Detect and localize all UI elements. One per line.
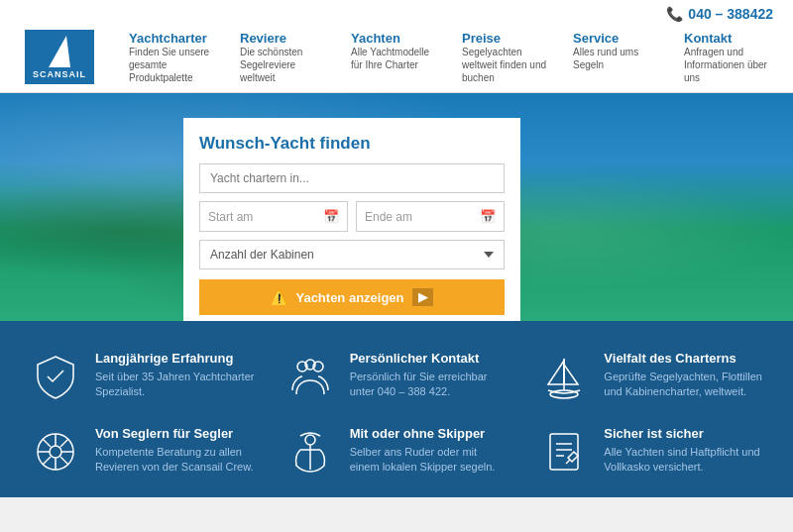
feature-desc-segler: Kompetente Beratung zu allen Revieren vo… [95,445,255,476]
logo[interactable]: SCANSAIL [20,30,99,84]
nav-sub-kontakt: Anfragen und Informationen über uns [684,46,773,84]
logo-text: SCANSAIL [33,69,86,79]
start-date-field[interactable]: Start am 📅 [199,201,348,232]
logo-box: SCANSAIL [25,30,94,84]
shield-icon [30,351,81,402]
feature-title-segler: Von Seglern für Segler [95,426,255,441]
search-arrow-icon: ▶ [412,288,433,306]
svg-line-13 [60,439,68,447]
nav-sub-preise: Segelyachten weltweit finden und buchen [462,46,551,84]
svg-line-14 [43,457,51,465]
cabin-select[interactable]: Anzahl der Kabinen 1 Kabine 2 Kabinen 3 … [199,240,505,269]
phone-number: 040 – 388422 [688,6,773,22]
search-box: Wunsch-Yacht finden Start am 📅 Ende am 📅… [183,118,520,321]
feature-title-skipper: Mit oder ohne Skipper [350,426,510,441]
end-date-label: Ende am [365,210,412,224]
feature-desc-kontakt: Persönlich für Sie erreichbar unter 040 … [350,370,510,400]
anchor-icon [284,426,336,478]
nav-item-kontakt[interactable]: Kontakt Anfragen und Informationen über … [684,31,773,84]
feature-text-skipper: Mit oder ohne Skipper Selber ans Ruder o… [350,426,510,476]
hero-section: Wunsch-Yacht finden Start am 📅 Ende am 📅… [0,93,793,321]
feature-title-kontakt: Persönlicher Kontakt [350,351,510,366]
feature-desc-skipper: Selber ans Ruder oder mit einem lokalen … [350,445,510,476]
feature-item-vielfalt: Vielfalt des Charterns Geprüfte Segelyac… [538,351,763,402]
search-title: Wunsch-Yacht finden [199,134,505,154]
svg-line-22 [566,460,570,464]
nav-title-reviere: Reviere [240,31,329,46]
feature-item-erfahrung: Langjährige Erfahrung Seit über 35 Jahre… [30,351,255,402]
feature-text-kontakt: Persönlicher Kontakt Persönlich für Sie … [350,351,510,400]
main-nav: Yachtcharter Finden Sie unsere gesamte P… [129,31,773,84]
feature-desc-sicher: Alle Yachten sind Haftpflicht und Vollka… [604,445,763,476]
nav-title-service: Service [573,31,662,46]
nav-item-reviere[interactable]: Reviere Die schönsten Segelreviere weltw… [240,31,329,84]
nav-title-yachtcharter: Yachtcharter [129,31,218,46]
helm-icon [30,426,81,478]
feature-text-vielfalt: Vielfalt des Charterns Geprüfte Segelyac… [604,351,763,400]
features-section: Langjährige Erfahrung Seit über 35 Jahre… [0,321,793,497]
nav-sub-service: Alles rund ums Segeln [573,46,662,71]
header: 📞 040 – 388422 SCANSAIL Yachtcharter Fin… [0,0,793,93]
svg-point-6 [50,446,61,458]
feature-item-sicher: Sicher ist sicher Alle Yachten sind Haft… [538,426,763,478]
logo-sail-icon [49,36,70,67]
nav-item-yachtcharter[interactable]: Yachtcharter Finden Sie unsere gesamte P… [129,31,218,84]
phone-icon: 📞 [666,6,683,22]
warning-icon: ⚠️ [271,289,287,305]
calendar-start-icon: 📅 [323,209,339,224]
feature-title-vielfalt: Vielfalt des Charterns [604,351,763,366]
svg-line-12 [60,457,68,465]
search-button[interactable]: ⚠️ Yachten anzeigen ▶ [199,279,505,315]
nav-title-kontakt: Kontakt [684,31,773,46]
nav-item-preise[interactable]: Preise Segelyachten weltweit finden und … [462,31,551,84]
feature-text-segler: Von Seglern für Segler Kompetente Beratu… [95,426,255,476]
nav-sub-reviere: Die schönsten Segelreviere weltweit [240,46,329,84]
date-row: Start am 📅 Ende am 📅 [199,201,505,232]
nav-sub-yachten: Alle Yachtmodelle für Ihre Charter [351,46,440,71]
feature-desc-vielfalt: Geprüfte Segelyachten, Flottillen und Ka… [604,370,763,400]
nav-item-service[interactable]: Service Alles rund ums Segeln [573,31,662,84]
nav-title-yachten: Yachten [351,31,440,46]
nav-sub-yachtcharter: Finden Sie unsere gesamte Produktpalette [129,46,218,84]
header-main: SCANSAIL Yachtcharter Finden Sie unsere … [20,24,773,92]
location-input[interactable] [199,163,505,193]
people-icon [284,351,336,402]
feature-text-sicher: Sicher ist sicher Alle Yachten sind Haft… [604,426,763,476]
nav-item-yachten[interactable]: Yachten Alle Yachtmodelle für Ihre Chart… [351,31,440,84]
end-date-field[interactable]: Ende am 📅 [356,201,505,232]
svg-line-11 [43,439,51,447]
sailboat-icon [538,351,590,402]
feature-item-skipper: Mit oder ohne Skipper Selber ans Ruder o… [284,426,510,478]
svg-point-4 [550,390,578,398]
search-button-label: Yachten anzeigen [295,290,403,305]
phone-link[interactable]: 📞 040 – 388422 [666,6,773,22]
nav-title-preise: Preise [462,31,551,46]
feature-desc-erfahrung: Seit über 35 Jahren Yachtcharter Spezial… [95,370,255,400]
feature-title-erfahrung: Langjährige Erfahrung [95,351,255,366]
start-date-label: Start am [208,210,253,224]
feature-item-segler: Von Seglern für Segler Kompetente Beratu… [30,426,255,478]
header-top: 📞 040 – 388422 [20,0,773,24]
feature-text-erfahrung: Langjährige Erfahrung Seit über 35 Jahre… [95,351,255,400]
feature-title-sicher: Sicher ist sicher [604,426,763,441]
document-icon [538,426,590,478]
features-grid: Langjährige Erfahrung Seit über 35 Jahre… [30,351,763,478]
svg-point-15 [305,435,315,445]
calendar-end-icon: 📅 [480,209,496,224]
feature-item-kontakt: Persönlicher Kontakt Persönlich für Sie … [284,351,510,402]
